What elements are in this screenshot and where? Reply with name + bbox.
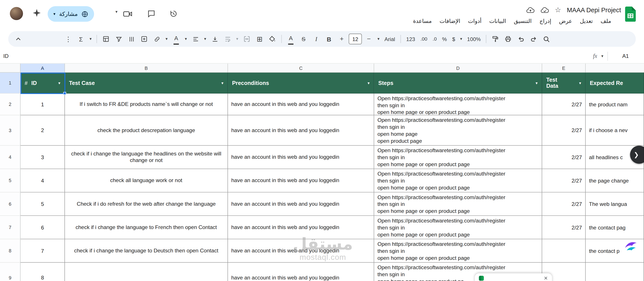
cell-test-data[interactable]: 2/27 bbox=[542, 216, 586, 239]
vertical-align-icon[interactable] bbox=[209, 33, 221, 45]
font-family-select[interactable]: Arial bbox=[382, 36, 397, 42]
functions-caret-icon[interactable]: ▾ bbox=[88, 33, 93, 45]
cell-test-data[interactable]: 2/27 bbox=[542, 115, 586, 146]
header-cell-preconditions[interactable]: Preconditions ▾ bbox=[228, 73, 374, 94]
comment-icon[interactable] bbox=[147, 9, 156, 18]
cell-test-data[interactable]: 2/27 bbox=[542, 94, 586, 115]
row-number[interactable]: 8 bbox=[0, 239, 20, 263]
camera-menu-caret-icon[interactable]: ▾ bbox=[116, 10, 117, 14]
cell-id[interactable]: 6 bbox=[20, 216, 65, 239]
filter-chevron-icon[interactable]: ▾ bbox=[219, 80, 224, 86]
cell-steps[interactable]: Open https://practicesoftwaretesting.com… bbox=[374, 239, 542, 263]
filter-chevron-icon[interactable]: ▾ bbox=[365, 80, 370, 86]
insert-link-icon[interactable] bbox=[151, 33, 163, 45]
decrease-font-size-icon[interactable]: − bbox=[363, 33, 374, 45]
cell-test-data[interactable]: 2/27 bbox=[542, 146, 586, 169]
row-number[interactable]: 2 bbox=[0, 94, 20, 115]
zoom-caret-icon[interactable]: ▾ bbox=[458, 33, 464, 45]
functions-icon[interactable]: Σ bbox=[75, 33, 87, 45]
menu-insert[interactable]: إدراج bbox=[539, 18, 551, 24]
row-number[interactable]: 5 bbox=[0, 169, 20, 192]
print-icon[interactable] bbox=[502, 33, 514, 45]
cell-id[interactable]: 4 bbox=[20, 169, 65, 192]
row-number[interactable]: 7 bbox=[0, 216, 20, 239]
header-cell-expected[interactable]: Expected Re bbox=[586, 73, 644, 94]
column-header-b[interactable]: B bbox=[65, 63, 228, 72]
row-number[interactable]: 9 bbox=[0, 263, 20, 281]
slicer-icon[interactable] bbox=[126, 33, 137, 45]
row-number[interactable]: 1 bbox=[0, 73, 20, 94]
insert-cells-icon[interactable] bbox=[138, 33, 150, 45]
column-header-d[interactable]: D bbox=[374, 63, 542, 72]
cloud-status-icon[interactable] bbox=[526, 6, 534, 13]
menu-help[interactable]: مساعدة bbox=[413, 18, 432, 24]
text-wrap-icon[interactable] bbox=[222, 33, 234, 45]
cell-preconditions[interactable]: have an account in this web and you logg… bbox=[228, 263, 374, 281]
share-caret-icon[interactable]: ▾ bbox=[53, 12, 55, 16]
row-number[interactable]: 4 bbox=[0, 146, 20, 169]
menu-edit[interactable]: تعديل bbox=[580, 18, 593, 24]
cell-id[interactable]: 3 bbox=[20, 146, 65, 169]
increase-font-size-icon[interactable]: + bbox=[336, 33, 348, 45]
cell-preconditions[interactable]: have an account in this web and you logg… bbox=[228, 169, 374, 192]
percent-format-icon[interactable]: % bbox=[440, 36, 449, 42]
header-cell-steps[interactable]: Steps ▾ bbox=[374, 73, 542, 94]
text-color-icon[interactable]: A bbox=[170, 33, 182, 45]
cell-test-data[interactable]: 2/27 bbox=[542, 169, 586, 192]
cell-expected[interactable]: The web langua bbox=[586, 192, 644, 216]
cell-steps[interactable]: Open https://practicesoftwaretesting.com… bbox=[374, 94, 542, 115]
fill-color-icon[interactable] bbox=[266, 33, 278, 45]
more-options-icon[interactable]: ⋮ bbox=[62, 33, 74, 45]
bold-icon[interactable]: B bbox=[323, 33, 335, 45]
cell-expected[interactable]: the product nam bbox=[586, 94, 644, 115]
close-icon[interactable]: ✕ bbox=[544, 275, 548, 281]
cell-test-case[interactable]: check all language work or not bbox=[65, 169, 228, 192]
cell-steps[interactable]: Open https://practicesoftwaretesting.com… bbox=[374, 192, 542, 216]
merge-cells-icon[interactable] bbox=[241, 33, 252, 45]
align-caret-icon[interactable]: ▾ bbox=[202, 33, 208, 45]
column-header-e[interactable]: E bbox=[542, 63, 586, 72]
horizontal-align-icon[interactable] bbox=[190, 33, 201, 45]
menu-data[interactable]: البيانات bbox=[489, 18, 506, 24]
cell-test-data[interactable] bbox=[542, 239, 586, 263]
filter-chevron-icon[interactable]: ▾ bbox=[533, 80, 538, 86]
row-number[interactable]: 6 bbox=[0, 192, 20, 216]
cell-test-data[interactable]: 2/27 bbox=[542, 192, 586, 216]
cell-expected[interactable]: the page change bbox=[586, 169, 644, 192]
cell-expected[interactable]: the contact pag bbox=[586, 216, 644, 239]
cell-test-case[interactable]: Check if i do refresh for the web after … bbox=[65, 192, 228, 216]
star-icon[interactable]: ☆ bbox=[555, 6, 561, 14]
formula-input[interactable]: ID bbox=[3, 53, 8, 59]
cell-preconditions[interactable]: have an account in this web and you logg… bbox=[228, 146, 374, 169]
currency-format-icon[interactable]: $ bbox=[450, 36, 457, 42]
version-history-icon[interactable] bbox=[169, 9, 178, 18]
cell-id[interactable]: 7 bbox=[20, 239, 65, 263]
font-color-icon[interactable]: A bbox=[285, 33, 296, 45]
gemini-icon[interactable] bbox=[33, 9, 41, 17]
cell-steps[interactable]: Open https://practicesoftwaretesting.com… bbox=[374, 169, 542, 192]
user-avatar[interactable] bbox=[10, 7, 23, 20]
cell-preconditions[interactable]: have an account in this web and you logg… bbox=[228, 216, 374, 239]
video-call-icon[interactable] bbox=[123, 9, 133, 19]
font-size-input[interactable]: 12 bbox=[349, 34, 362, 44]
text-color-caret-icon[interactable]: ▾ bbox=[183, 33, 188, 45]
share-button[interactable]: ▾ مشاركة bbox=[48, 6, 94, 22]
strikethrough-icon[interactable]: S bbox=[298, 33, 310, 45]
column-header-c[interactable]: C bbox=[228, 63, 374, 72]
font-caret-icon[interactable]: ▾ bbox=[376, 33, 381, 45]
header-cell-test-case[interactable]: Test Case ▾ bbox=[65, 73, 228, 94]
header-cell-id[interactable]: # ID ▾ bbox=[20, 73, 65, 94]
cell-expected[interactable] bbox=[586, 263, 644, 281]
borders-icon[interactable]: ⊞ bbox=[254, 33, 266, 45]
document-title[interactable]: MAAA Depi Project bbox=[567, 6, 621, 14]
menu-file[interactable]: ملف bbox=[600, 18, 611, 24]
cell-id[interactable]: 2 bbox=[20, 115, 65, 146]
cell-expected[interactable]: if i choose a nev bbox=[586, 115, 644, 146]
cell-test-case[interactable] bbox=[65, 263, 228, 281]
move-folder-icon[interactable] bbox=[540, 6, 549, 13]
zoom-select[interactable]: 100% bbox=[465, 36, 483, 42]
cell-preconditions[interactable]: have an account in this web and you logg… bbox=[228, 192, 374, 216]
cell-steps[interactable]: Open https://practicesoftwaretesting.com… bbox=[374, 146, 542, 169]
search-icon[interactable] bbox=[541, 33, 552, 45]
cell-steps[interactable]: Open https://practicesoftwaretesting.com… bbox=[374, 115, 542, 146]
